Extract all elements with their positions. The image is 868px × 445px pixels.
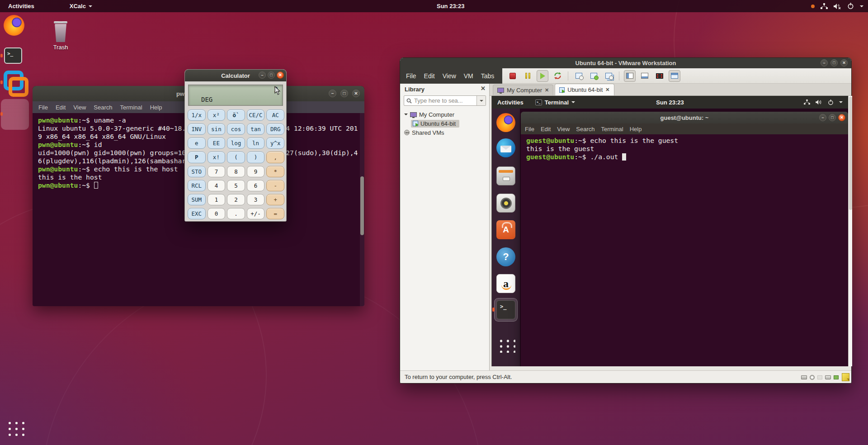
scrollbar-thumb[interactable] (360, 176, 364, 235)
calculator-titlebar[interactable]: Calculator – □ ✕ (185, 70, 286, 81)
library-search-input[interactable] (414, 97, 474, 104)
library-search-box[interactable] (404, 95, 486, 106)
menu-item-file[interactable]: File (525, 126, 534, 133)
maximize-button[interactable]: □ (830, 59, 838, 66)
fullscreen-button[interactable] (654, 70, 665, 82)
calc-button-5[interactable]: 5 (227, 180, 245, 191)
menu-item-edit[interactable]: Edit (541, 126, 551, 133)
menu-item-help[interactable]: Help (630, 126, 642, 133)
vmware-titlebar[interactable]: Ubuntu 64-bit - VMware Workstation – □ ✕ (400, 58, 851, 68)
maximize-button[interactable]: □ (340, 90, 348, 97)
minimize-button[interactable]: – (259, 71, 266, 79)
trash-desktop-icon[interactable]: Trash (50, 20, 71, 51)
close-icon[interactable]: ✕ (545, 87, 549, 93)
calc-button-p[interactable]: P (188, 151, 206, 163)
menu-item-search[interactable]: Search (576, 126, 594, 133)
message-log-icon[interactable] (842, 373, 849, 381)
calc-button-sum[interactable]: SUM (188, 194, 206, 205)
guest-app-menu[interactable]: >_ Terminal (535, 99, 575, 106)
guest-dock-thunderbird-icon[interactable] (496, 138, 515, 157)
calc-button-key-2[interactable]: ö` (227, 109, 245, 121)
calc-button-key-37[interactable]: . (227, 208, 245, 219)
menu-item-view[interactable]: View (73, 104, 86, 111)
calc-button-cos[interactable]: cos (227, 123, 245, 135)
close-button[interactable]: ✕ (840, 59, 848, 66)
calc-button-drg[interactable]: DRG (266, 123, 284, 135)
menu-item-view[interactable]: View (557, 126, 570, 133)
play-vm-button[interactable] (537, 70, 548, 82)
dock-vmware-icon[interactable] (3, 70, 27, 96)
calc-button-ln[interactable]: ln (247, 137, 265, 149)
calc-button-8[interactable]: 8 (227, 166, 245, 177)
calc-button-key-17[interactable]: ( (227, 151, 245, 163)
calc-button-sin[interactable]: sin (208, 123, 226, 135)
calc-button-2[interactable]: 2 (227, 194, 245, 205)
calc-button-ac[interactable]: AC (266, 109, 284, 121)
revert-snapshot-button[interactable] (588, 70, 599, 82)
calc-button-3[interactable]: 3 (247, 194, 265, 205)
tree-selected-row[interactable]: Ubuntu 64-bit (411, 120, 459, 128)
close-button[interactable]: ✕ (838, 114, 845, 121)
calc-button-6[interactable]: 6 (247, 180, 265, 191)
guest-dock-software-icon[interactable]: A (496, 220, 515, 239)
suspend-vm-button[interactable] (522, 70, 533, 82)
calc-button-ee[interactable]: EE (208, 137, 226, 149)
usb-icon[interactable] (817, 375, 822, 379)
tree-item-my-computer[interactable]: My Computer (400, 110, 489, 119)
show-applications-button[interactable] (6, 420, 25, 436)
tree-item-shared-vms[interactable]: Shared VMs (400, 128, 489, 137)
minimize-button[interactable]: – (819, 114, 826, 121)
dock-firefox-icon[interactable] (4, 15, 24, 36)
unity-view-button[interactable] (669, 70, 680, 82)
calc-button-log[interactable]: log (227, 137, 245, 149)
minimize-button[interactable]: – (329, 90, 336, 97)
menu-item-edit[interactable]: Edit (424, 72, 435, 80)
network-adapter-icon[interactable] (834, 375, 839, 379)
printer-icon[interactable] (825, 375, 831, 379)
maximize-button[interactable]: □ (268, 71, 275, 79)
calc-button-tan[interactable]: tan (247, 123, 265, 135)
host-app-menu[interactable]: XCalc (70, 3, 92, 9)
guest-terminal-titlebar[interactable]: guest@ubuntu: ~ – □ ✕ (521, 112, 848, 123)
dock-terminal-icon[interactable]: >_ (4, 47, 22, 64)
menu-item-file[interactable]: File (406, 72, 416, 80)
vm-scrollbar-thumb[interactable] (849, 97, 852, 210)
calc-button-7[interactable]: 7 (208, 166, 226, 177)
guest-dock-help-icon[interactable]: ? (496, 247, 515, 266)
take-snapshot-button[interactable] (573, 70, 585, 82)
maximize-button[interactable]: □ (829, 114, 836, 121)
restart-vm-button[interactable] (552, 70, 563, 82)
calc-button-key-38[interactable]: +/- (247, 208, 265, 219)
stop-vm-button[interactable] (507, 70, 519, 82)
calc-button-x[interactable]: x! (208, 151, 226, 163)
host-system-tray[interactable] (811, 0, 863, 12)
calc-button-key-19[interactable]: , (266, 151, 284, 163)
guest-dock-terminal-icon[interactable]: >_ (496, 300, 515, 319)
calc-button-inv[interactable]: INV (188, 123, 206, 135)
snapshot-manager-button[interactable] (603, 70, 614, 82)
calc-button-key-18[interactable]: ) (247, 151, 265, 163)
dock-active-app-highlight[interactable] (1, 99, 29, 130)
show-thumbnails-button[interactable] (639, 70, 651, 82)
guest-dock-rhythmbox-icon[interactable] (496, 194, 515, 213)
calc-button-1-x[interactable]: 1/x (188, 109, 206, 121)
calc-button-1[interactable]: 1 (208, 194, 226, 205)
tab-my-computer[interactable]: My Computer ✕ (493, 85, 553, 95)
calc-button-0[interactable]: 0 (208, 208, 226, 219)
tree-item-ubuntu-64-bit[interactable]: Ubuntu 64-bit (400, 119, 489, 128)
menu-item-edit[interactable]: Edit (56, 104, 66, 111)
guest-system-tray[interactable] (804, 96, 843, 109)
calc-button-exc[interactable]: EXC (188, 208, 206, 219)
calc-button-e[interactable]: e (188, 137, 206, 149)
close-button[interactable]: ✕ (277, 71, 284, 79)
guest-show-applications-button[interactable] (497, 337, 515, 353)
calc-button-sto[interactable]: STO (188, 166, 206, 177)
close-icon[interactable]: ✕ (481, 85, 486, 92)
menu-item-terminal[interactable]: Terminal (120, 104, 142, 111)
menu-item-file[interactable]: File (38, 104, 48, 111)
calc-button-key-34[interactable]: + (266, 194, 284, 205)
cdrom-icon[interactable] (810, 375, 815, 380)
menu-item-tabs[interactable]: Tabs (481, 72, 495, 80)
calc-button-4[interactable]: 4 (208, 180, 226, 191)
guest-terminal-output[interactable]: guest@ubuntu:~$ echo this is the guest t… (521, 134, 848, 161)
